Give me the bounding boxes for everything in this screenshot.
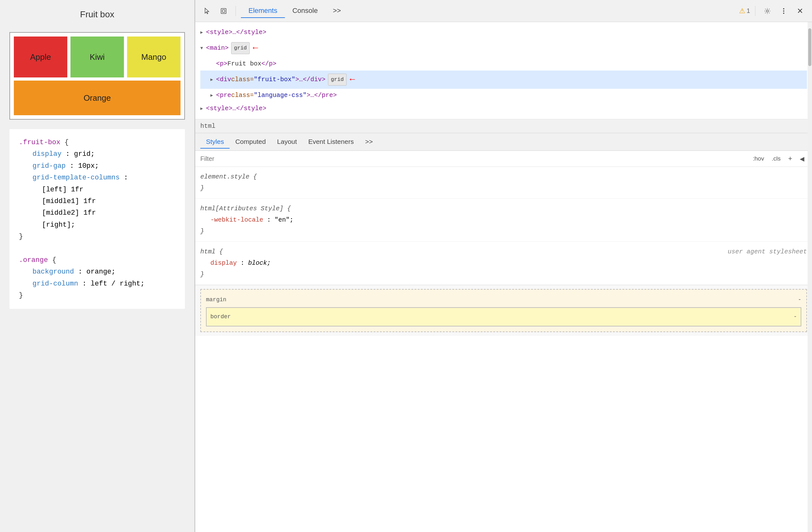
code-line: } [19,231,175,242]
filter-input[interactable] [200,155,748,163]
panel-title: Fruit box [10,10,185,19]
code-line: .orange { [19,254,175,266]
devtools-panel: Elements Console >> ⚠ 1 ✕ [195,0,812,532]
dom-line-p: <p> Fruit box </p> [200,57,807,71]
style-property-display: display : block; [200,257,807,269]
style-property-webkit: -webkit-locale : "en"; [200,214,807,226]
style-selector-line: html[Attributes Style] { [200,203,807,214]
fruit-mango: Mango [127,37,180,78]
fruit-box-demo: Apple Kiwi Mango Orange [10,32,185,120]
code-line: grid-column : left / right; [19,278,175,290]
style-block-html-ua: html { user agent stylesheet display : b… [195,242,812,285]
hov-button[interactable]: :hov [750,154,767,163]
svg-point-2 [766,10,769,12]
styles-content: element.style { } html[Attributes Style]… [195,167,812,532]
devtools-tabs: Elements Console >> [241,4,737,18]
code-line: [middle1] 1fr [19,195,175,207]
tab-event-listeners[interactable]: Event Listeners [303,135,360,149]
tab-elements[interactable]: Elements [241,4,285,18]
breadcrumb-html[interactable]: html [200,123,215,130]
code-line: grid-gap : 10px; [19,160,175,172]
cls-button[interactable]: .cls [769,154,783,163]
tab-computed[interactable]: Computed [230,135,271,149]
dom-line-style1: ▶ <style>…</style> [200,26,807,39]
style-close-3: } [200,269,807,280]
code-line: } [19,290,175,301]
dom-line-style2: ▶ <style>…</style> [200,102,807,115]
arrow-div: ← [350,71,355,88]
tab-more-styles[interactable]: >> [360,135,379,149]
gear-icon[interactable] [760,4,774,18]
border-label: border [211,312,231,322]
box-model-inner: border - [206,307,801,326]
warning-badge: ⚠ 1 [739,7,750,15]
fruit-orange: Orange [14,81,180,115]
margin-value: - [798,295,801,305]
devtools-toolbar: Elements Console >> ⚠ 1 ✕ [195,0,812,22]
add-style-button[interactable]: + [786,153,795,164]
scrollbar-thumb[interactable] [808,28,811,66]
dom-line-pre: ▶ <pre class= "language-css" >…</pre> [200,89,807,102]
toolbar-divider [235,6,236,16]
css-selector-orange: .orange [19,256,48,264]
code-line: display : grid; [19,148,175,160]
style-close-2: } [200,226,807,237]
fruit-apple: Apple [14,37,67,78]
tab-styles[interactable]: Styles [200,135,230,149]
warning-count: 1 [746,7,750,14]
svg-rect-1 [222,10,225,12]
dom-tree: ▶ <style>…</style> ▼ <main> grid ← <p> F… [195,22,812,119]
dom-line-main: ▼ <main> grid ← [200,39,807,57]
toolbar-divider-2 [755,6,755,16]
style-close: } [200,183,807,194]
style-block-html-attrs: html[Attributes Style] { -webkit-locale … [195,199,812,242]
svg-point-4 [783,10,784,12]
grid-badge-main: grid [231,42,250,54]
left-panel: Fruit box Apple Kiwi Mango Orange .fruit… [0,0,195,532]
code-line: .fruit-box { [19,137,175,148]
box-inspect-icon[interactable] [217,4,231,18]
code-line: grid-template-columns : [19,172,175,183]
collapse-styles-button[interactable]: ◀ [797,154,807,164]
border-value: - [794,312,797,322]
style-tabs: Styles Computed Layout Event Listeners >… [195,133,812,151]
filter-bar: :hov .cls + ◀ [195,151,812,167]
box-model-outer: margin - border - [200,289,807,332]
ua-comment: user agent stylesheet [728,246,807,257]
tab-console[interactable]: Console [285,4,325,18]
grid-badge-div: grid [328,74,347,86]
margin-label: margin [206,295,227,305]
code-line: [middle2] 1fr [19,207,175,219]
dots-icon[interactable] [777,4,791,18]
filter-actions: :hov .cls + ◀ [750,153,807,164]
arrow-main: ← [253,39,258,57]
close-icon[interactable]: ✕ [793,4,807,18]
fruit-kiwi: Kiwi [70,37,124,78]
svg-rect-0 [221,9,226,14]
tab-more[interactable]: >> [325,4,348,18]
code-section: .fruit-box { display : grid; grid-gap : … [10,129,185,309]
code-line: [left] 1fr [19,184,175,195]
toolbar-right: ⚠ 1 ✕ [739,4,807,18]
dom-line-fruit-box[interactable]: ▶ <div class= "fruit-box" >…</div> grid … [200,71,807,89]
style-selector-line-html: html { user agent stylesheet [200,246,807,257]
scrollbar[interactable] [808,22,812,532]
code-line: background : orange; [19,266,175,278]
svg-point-3 [783,8,784,10]
svg-point-5 [783,13,784,14]
tab-layout[interactable]: Layout [271,135,303,149]
css-selector: .fruit-box [19,139,60,146]
box-model-section: margin - border - [195,285,812,336]
breadcrumb-bar: html [195,119,812,133]
cursor-icon[interactable] [200,4,214,18]
style-block-element: element.style { } [195,167,812,199]
code-line: [right]; [19,219,175,231]
style-selector: element.style { [200,171,807,183]
